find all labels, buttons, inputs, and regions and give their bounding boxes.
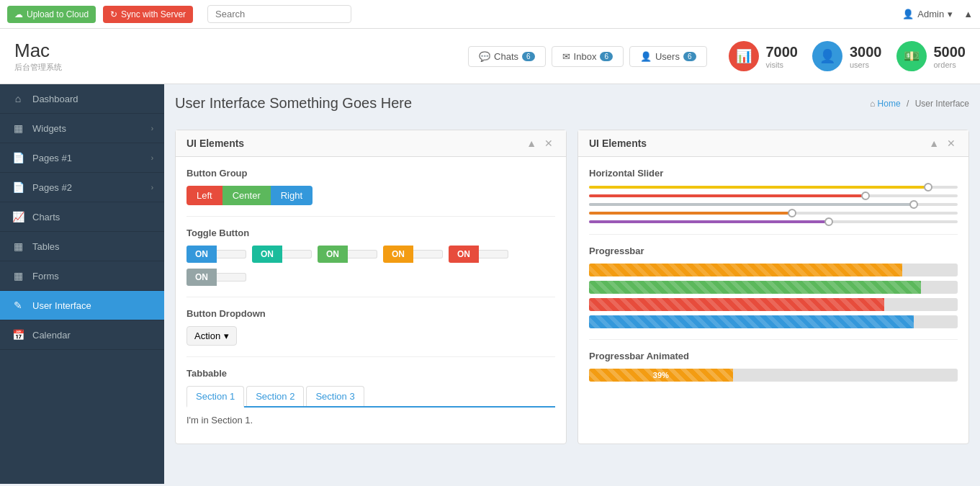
visits-value: 7000 [766,44,799,60]
toggle-off-2 [282,250,312,258]
toggle-off-1 [217,250,246,258]
card-right-controls: ▲ ✕ [927,138,958,149]
breadcrumb-home[interactable]: Home [878,99,901,109]
chats-button[interactable]: 💬 Chats 6 [468,46,546,67]
toggle-off-3 [348,250,377,258]
slider-handle-3[interactable] [909,200,918,209]
btn-center[interactable]: Center [222,186,271,205]
sidebar-item-calendar[interactable]: 📅 Calendar [0,320,164,350]
btn-left[interactable]: Left [186,186,222,205]
widgets-icon: ▦ [11,122,25,134]
inbox-badge: 6 [600,52,613,61]
divider-1 [186,216,555,217]
charts-icon: 📈 [11,211,25,222]
button-group: Left Center Right [186,186,555,205]
sync-button[interactable]: ↻ Sync with Server [103,6,193,23]
brand-subtitle: 后台管理系统 [14,62,62,73]
sidebar-item-dashboard[interactable]: ⌂ Dashboard [0,84,164,114]
page-header: User Interface Something Goes Here ⌂ Hom… [175,95,969,119]
inbox-button[interactable]: ✉ Inbox 6 [552,46,624,67]
divider-right-1 [589,234,958,235]
divider-3 [186,356,555,357]
button-group-label: Button Group [186,168,555,179]
dropdown-label: Button Dropdown [186,308,555,319]
tab-section1[interactable]: Section 1 [186,386,244,408]
toggle-on-blue[interactable]: ON [186,246,217,263]
sidebar-item-user-interface[interactable]: ✎ User Interface [0,291,164,320]
search-input[interactable] [207,5,351,23]
sidebar-label-widgets: Widgets [32,123,144,134]
chevron-down-icon: ▾ [948,9,953,19]
main-content: User Interface Something Goes Here ⌂ Hom… [164,84,980,484]
home-icon: ⌂ [11,93,25,104]
tabs: Section 1 Section 2 Section 3 [186,386,555,408]
slider-3 [589,203,958,206]
brand: Mac 后台管理系统 [14,40,62,73]
toggle-6: ON [186,269,246,286]
card-collapse-button[interactable]: ▲ [524,138,539,149]
toggle-2: ON [252,246,312,263]
toggle-on-orange[interactable]: ON [383,246,413,263]
action-dropdown[interactable]: Action ▾ [186,326,237,346]
tab-section2[interactable]: Section 2 [246,386,304,406]
user-icon: 👤 [902,9,914,19]
admin-menu[interactable]: 👤 Admin ▾ ▲ [902,9,973,19]
sidebar: ⌂ Dashboard ▦ Widgets › 📄 Pages #1 › 📄 P… [0,84,164,484]
divider-right-2 [589,339,958,340]
sidebar-item-charts[interactable]: 📈 Charts [0,202,164,232]
sidebar-item-pages1[interactable]: 📄 Pages #1 › [0,143,164,173]
toggle-off-6 [217,273,246,282]
toggle-on-teal[interactable]: ON [252,246,282,263]
toggle-on-gray[interactable]: ON [186,269,217,286]
slider-fill-2 [589,194,866,197]
header-nav: 💬 Chats 6 ✉ Inbox 6 👤 Users 6 [468,46,706,67]
toggle-on-green[interactable]: ON [318,246,348,263]
breadcrumb-current: User Interface [915,99,969,109]
slider-handle-4[interactable] [788,209,796,217]
stat-users-info: 3000 users [850,44,882,69]
btn-right[interactable]: Right [271,186,313,205]
slider-fill-3 [589,203,914,206]
upload-button[interactable]: ☁ Upload to Cloud [7,6,96,23]
content-grid: UI Elements ▲ ✕ Button Group Left Center… [175,130,969,444]
sidebar-label-pages2: Pages #2 [32,182,144,193]
expand-icon: ▲ [963,9,973,19]
pb-animated-fill-orange: 39% [589,369,733,382]
sidebar-item-pages2[interactable]: 📄 Pages #2 › [0,173,164,202]
toggle-5: ON [449,246,508,263]
slider-5 [589,220,958,223]
sidebar-label-pages1: Pages #1 [32,153,144,163]
tab-section3[interactable]: Section 3 [306,386,364,406]
sidebar-item-tables[interactable]: ▦ Tables [0,232,164,261]
tab-content: I'm in Section 1. [186,408,555,433]
slider-handle-2[interactable] [861,192,870,200]
card-right-close-button[interactable]: ✕ [945,138,958,149]
pb-fill-blue [589,315,914,328]
home-icon-breadcrumb: ⌂ [870,99,875,109]
ui-icon: ✎ [11,300,25,311]
stat-visits: 📊 7000 visits [729,41,799,71]
pb-track-1 [589,264,958,276]
pb-fill-orange [589,264,902,276]
slider-handle-5[interactable] [824,217,833,226]
toggle-button-label: Toggle Button [186,228,555,238]
card-close-button[interactable]: ✕ [542,138,555,149]
card-right-collapse-button[interactable]: ▲ [927,138,941,149]
card-left-title: UI Elements [186,138,244,149]
toggle-off-5 [479,250,508,258]
slider-handle-1[interactable] [924,183,932,192]
users-button[interactable]: 👤 Users 6 [629,46,707,67]
sidebar-label-ui: User Interface [32,300,153,311]
pb-fill-green [589,281,921,294]
pb-fill-red [589,298,884,311]
toggle-on-red[interactable]: ON [449,246,479,263]
card-left-header: UI Elements ▲ ✕ [176,130,566,157]
sidebar-item-widgets[interactable]: ▦ Widgets › [0,114,164,143]
chat-icon: 💬 [479,51,490,62]
chevron-right-icon-3: › [151,184,153,192]
slider-1 [589,186,958,189]
sidebar-label-forms: Forms [32,271,153,282]
pb-animated-track-1: 39% [589,369,958,382]
sidebar-label-dashboard: Dashboard [32,94,153,104]
sidebar-item-forms[interactable]: ▦ Forms [0,261,164,291]
